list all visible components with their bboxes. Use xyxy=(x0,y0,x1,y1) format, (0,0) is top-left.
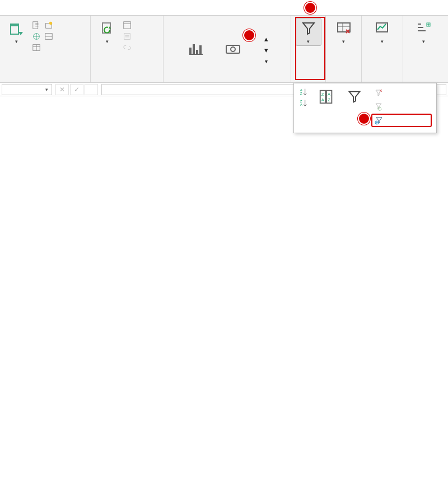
svg-text:A: A xyxy=(300,102,303,106)
scroll-down-icon[interactable]: ▾ xyxy=(262,45,272,55)
svg-text:A: A xyxy=(321,97,324,102)
name-box[interactable]: ▾ xyxy=(2,84,52,95)
group-get-transform: ▾ xyxy=(0,16,91,82)
group-forecast: ▾ xyxy=(362,16,403,82)
currencies-button[interactable] xyxy=(220,38,246,60)
sort-filter-dropdown: AZ ZA ZAAZ xyxy=(293,83,437,133)
data-tools-icon xyxy=(335,20,353,38)
fx-icon[interactable] xyxy=(85,84,98,95)
svg-text:Z: Z xyxy=(328,97,330,102)
stocks-icon xyxy=(187,40,205,58)
get-data-button[interactable]: ▾ xyxy=(3,18,29,46)
scroll-up-icon[interactable]: ▴ xyxy=(262,34,272,44)
advanced-filter-button[interactable] xyxy=(371,114,432,127)
worksheet xyxy=(0,96,448,466)
database-icon xyxy=(7,20,25,38)
group-outline: ▾ xyxy=(403,16,444,82)
chevron-down-icon: ▾ xyxy=(307,39,310,44)
ribbon: ▾ ▾ xyxy=(0,16,448,83)
svg-rect-1 xyxy=(11,24,18,26)
chevron-down-icon: ▾ xyxy=(422,39,425,44)
chevron-down-icon: ▾ xyxy=(45,87,48,92)
chevron-down-icon: ▾ xyxy=(106,39,109,44)
svg-point-6 xyxy=(49,22,52,25)
funnel-icon xyxy=(300,20,318,38)
group-data-types: ▴ ▾ ▾ xyxy=(164,16,291,82)
outline-icon xyxy=(414,20,432,38)
outline-button[interactable]: ▾ xyxy=(410,18,436,46)
stocks-button[interactable] xyxy=(183,38,209,60)
recent-sources-icon[interactable] xyxy=(44,20,54,30)
from-table-icon[interactable] xyxy=(31,43,41,53)
svg-text:A: A xyxy=(328,92,330,97)
sort-dialog-button[interactable]: ZAAZ xyxy=(315,87,338,107)
forecast-button[interactable]: ▾ xyxy=(370,18,395,46)
group-label-types xyxy=(167,80,287,81)
svg-rect-10 xyxy=(124,34,130,40)
group-sort-filter: ▾ xyxy=(291,16,326,82)
ribbon-tabs xyxy=(0,0,448,16)
edit-links-icon[interactable] xyxy=(122,43,132,53)
data-tools-button[interactable]: ▾ xyxy=(331,18,357,46)
svg-rect-2 xyxy=(33,22,38,29)
enter-formula-icon: ✓ xyxy=(70,84,83,95)
sort-desc-button[interactable]: ZA xyxy=(298,98,309,108)
group-label-queries xyxy=(94,80,160,81)
group-label-transform xyxy=(3,80,87,81)
chevron-down-icon: ▾ xyxy=(342,39,345,44)
svg-point-12 xyxy=(231,47,235,51)
queries-pane-icon[interactable] xyxy=(122,20,132,30)
chevron-down-icon: ▾ xyxy=(381,39,384,44)
svg-text:Z: Z xyxy=(321,92,324,97)
svg-rect-9 xyxy=(124,22,130,29)
filter-button[interactable] xyxy=(343,87,366,107)
group-data-tools: ▾ xyxy=(326,16,362,82)
callout-3 xyxy=(358,113,370,125)
callout-1 xyxy=(243,29,255,41)
chevron-down-icon: ▾ xyxy=(15,39,18,44)
group-queries: ▾ xyxy=(91,16,164,82)
clear-filter-button xyxy=(371,87,432,99)
from-web-icon[interactable] xyxy=(31,31,41,41)
properties-icon[interactable] xyxy=(122,31,132,41)
expand-gallery-icon[interactable]: ▾ xyxy=(262,57,272,67)
svg-text:Z: Z xyxy=(300,91,302,95)
sort-asc-button[interactable]: AZ xyxy=(298,87,309,97)
refresh-icon xyxy=(98,20,116,38)
sort-filter-button[interactable]: ▾ xyxy=(296,18,321,46)
forecast-icon xyxy=(374,20,391,38)
from-text-icon[interactable] xyxy=(31,20,41,30)
refresh-all-button[interactable]: ▾ xyxy=(94,18,120,46)
cancel-formula-icon: ✕ xyxy=(55,84,69,95)
currencies-icon xyxy=(224,40,242,58)
reapply-button xyxy=(371,100,432,113)
existing-connections-icon[interactable] xyxy=(44,31,54,41)
callout-2 xyxy=(304,2,316,14)
